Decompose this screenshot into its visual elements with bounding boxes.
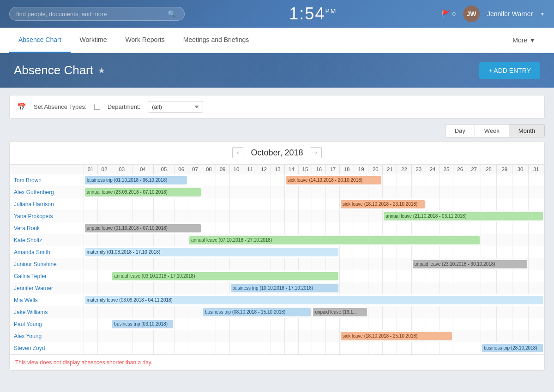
event-bar[interactable]: annual leave (07.10.2018 - 27.10.2018): [189, 236, 480, 244]
search-input[interactable]: [16, 11, 164, 18]
event-bar[interactable]: business trip (01.10.2018 - 06.10.2018): [85, 176, 187, 184]
empty-cell: [497, 246, 512, 258]
empty-cell: [132, 210, 153, 222]
view-week-button[interactable]: Week: [475, 124, 509, 137]
event-bar[interactable]: business trip (10.10.2018 - 17.10.2018): [231, 284, 339, 292]
empty-cell: [528, 222, 544, 234]
event-bar[interactable]: business trip (03.10.2018): [112, 320, 173, 328]
empty-cell: [368, 306, 383, 318]
event-bar[interactable]: maternity leave (03.09.2018 - 04.11.2018…: [85, 296, 543, 304]
employee-name[interactable]: Juniour Sunshine: [10, 258, 84, 270]
empty-cell: [512, 318, 528, 330]
calendar-container: ‹ October, 2018 › 0102030405060708091011…: [9, 141, 545, 371]
view-controls: Day Week Month: [9, 124, 545, 137]
event-bar[interactable]: maternity (01.08.2018 - 17.10.2018): [85, 248, 338, 256]
event-bar[interactable]: sick leave (18.10.2018 - 23.10.2018): [341, 200, 425, 208]
day-header-20: 20: [368, 165, 383, 174]
event-bar[interactable]: sick leave (18.10.2018 - 25.10.2018): [341, 332, 452, 340]
empty-cell: [312, 342, 326, 354]
employee-name[interactable]: Kate Sholtz: [10, 234, 84, 246]
view-month-button[interactable]: Month: [509, 124, 545, 137]
employee-name[interactable]: Amanda Smith: [10, 246, 84, 258]
empty-cell: [453, 222, 467, 234]
empty-cell: [453, 330, 467, 342]
empty-cell: [397, 270, 411, 282]
add-entry-button[interactable]: + ADD ENTRY: [479, 62, 540, 79]
empty-cell: [202, 174, 216, 186]
empty-cell: [271, 186, 284, 198]
nav-item-work-reports[interactable]: Work Reports: [116, 28, 174, 53]
employee-name[interactable]: Steven Zoyd: [10, 342, 84, 354]
employee-row: Yana Prokopets annual leave (21.10.2018 …: [10, 210, 544, 222]
empty-cell: [153, 234, 175, 246]
employee-name[interactable]: Paul Young: [10, 318, 84, 330]
nav-more[interactable]: More ▼: [503, 28, 545, 53]
avatar[interactable]: JW: [463, 6, 480, 22]
empty-cell: [111, 306, 132, 318]
employee-name[interactable]: Juliana Harrison: [10, 198, 84, 210]
day-header-05: 05: [153, 165, 175, 174]
empty-cell: [354, 282, 368, 294]
day-header-15: 15: [298, 165, 312, 174]
event-bar[interactable]: annual leave (03.10.2018 - 17.10.2018): [112, 272, 338, 280]
employee-name[interactable]: Alex Young: [10, 330, 84, 342]
employee-name[interactable]: Alex Guttenberg: [10, 186, 84, 198]
nav-item-worktime[interactable]: Worktime: [71, 28, 116, 53]
event-bar[interactable]: unpaid leave (23.10.2018 - 30.10.2018): [413, 260, 527, 268]
view-day-button[interactable]: Day: [445, 124, 475, 137]
empty-cell: [368, 270, 383, 282]
employee-name[interactable]: Yana Prokopets: [10, 210, 84, 222]
empty-cell: [453, 282, 467, 294]
clock-ampm: PM: [325, 7, 337, 15]
topbar: 🔍 1:54PM 🚩 0 JW Jennifer Warner ▼: [0, 0, 554, 28]
empty-cell: [453, 186, 467, 198]
empty-cell: [202, 198, 216, 210]
empty-cell: [528, 186, 544, 198]
empty-cell: [512, 306, 528, 318]
employee-name[interactable]: Jake Williams: [10, 306, 84, 318]
next-month-button[interactable]: ›: [311, 147, 322, 158]
empty-cell: [426, 186, 440, 198]
empty-cell: [467, 342, 481, 354]
empty-cell: [467, 198, 481, 210]
empty-cell: [440, 222, 453, 234]
event-bar[interactable]: sick leave (14.10.2018 - 20.10.2018): [286, 176, 382, 184]
empty-cell: [497, 306, 512, 318]
event-cell: unpaid leave (23.10.2018 - 30.10.2018): [411, 258, 528, 270]
empty-cell: [340, 258, 354, 270]
prev-month-button[interactable]: ‹: [232, 147, 243, 158]
empty-cell: [512, 234, 528, 246]
star-icon[interactable]: ★: [98, 65, 105, 76]
event-cell: annual leave (03.10.2018 - 17.10.2018): [111, 270, 340, 282]
empty-cell: [481, 318, 496, 330]
department-select[interactable]: (all): [148, 101, 203, 113]
employee-name[interactable]: Vera Rouk: [10, 222, 84, 234]
user-name[interactable]: Jennifer Warner: [487, 10, 533, 18]
nav-item-meetings[interactable]: Meetings and Briefings: [174, 28, 258, 53]
employee-name[interactable]: Galina Tepfer: [10, 270, 84, 282]
search-box[interactable]: 🔍: [9, 7, 185, 21]
employee-name[interactable]: Jennifer Warner: [10, 282, 84, 294]
event-bar[interactable]: business trip (08.10.2018 - 15.10.2018): [203, 308, 311, 316]
empty-cell: [202, 210, 216, 222]
event-bar[interactable]: annual leave (21.10.2018 - 03.11.2018): [384, 212, 543, 220]
nav-item-absence-chart[interactable]: Absence Chart: [9, 28, 71, 53]
event-bar[interactable]: unpaid leave (01.10.2018 - 07.10.2018): [85, 224, 201, 232]
event-bar[interactable]: unpaid leave (16.1...: [313, 308, 367, 316]
event-bar[interactable]: business trip (28.10.2018): [482, 344, 543, 352]
employee-name[interactable]: Mia Wells: [10, 294, 84, 306]
empty-cell: [298, 318, 312, 330]
empty-cell: [97, 330, 111, 342]
page-header: Absence Chart ★ + ADD ENTRY: [0, 53, 554, 88]
empty-cell: [216, 186, 229, 198]
empty-cell: [111, 210, 132, 222]
day-header-28: 28: [481, 165, 496, 174]
absence-types-checkbox[interactable]: [94, 104, 100, 110]
empty-cell: [411, 186, 426, 198]
event-bar[interactable]: annual leave (23.09.2018 - 07.10.2018): [85, 188, 201, 196]
empty-cell: [153, 258, 175, 270]
empty-cell: [512, 282, 528, 294]
day-header-30: 30: [512, 165, 528, 174]
employee-name[interactable]: Tom Brown: [10, 174, 84, 186]
empty-cell: [426, 318, 440, 330]
